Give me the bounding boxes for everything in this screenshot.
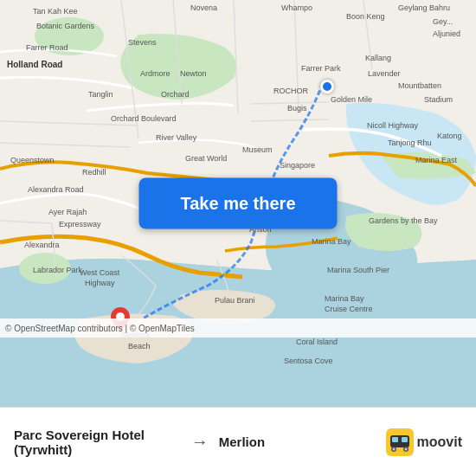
svg-text:Farrer Park: Farrer Park <box>301 64 341 73</box>
route-to: Merlion <box>219 434 386 449</box>
svg-text:Ardmore: Ardmore <box>140 69 170 78</box>
svg-text:Boon Keng: Boon Keng <box>346 12 385 21</box>
svg-text:Stadium: Stadium <box>424 95 453 104</box>
svg-text:Expressway: Expressway <box>59 220 101 228</box>
svg-text:Kallang: Kallang <box>365 54 391 62</box>
svg-text:Sentosa Cove: Sentosa Cove <box>284 357 333 365</box>
svg-rect-71 <box>402 437 408 442</box>
svg-text:Stevens: Stevens <box>128 38 157 47</box>
svg-rect-70 <box>392 437 398 442</box>
take-me-there-button[interactable]: Take me there <box>138 178 337 229</box>
svg-point-74 <box>392 447 395 450</box>
svg-text:Highway: Highway <box>85 279 115 287</box>
svg-text:Aljunied: Aljunied <box>433 29 460 38</box>
svg-text:Great World: Great World <box>185 154 227 163</box>
svg-text:Coral Island: Coral Island <box>296 338 338 346</box>
moovit-icon <box>386 428 414 456</box>
svg-text:Geylang Bahru: Geylang Bahru <box>398 3 450 12</box>
svg-text:Katong: Katong <box>437 132 462 140</box>
route-from: Parc Sovereign Hotel (Tyrwhitt) <box>14 428 181 457</box>
svg-text:Lavender: Lavender <box>368 69 401 78</box>
svg-text:Alexandra: Alexandra <box>24 241 60 249</box>
svg-text:Nicoll Highway: Nicoll Highway <box>367 121 419 130</box>
svg-text:Singapore: Singapore <box>280 161 315 170</box>
svg-text:Pulau Brani: Pulau Brani <box>215 296 255 305</box>
svg-text:Museum: Museum <box>242 145 273 154</box>
svg-text:Marina East: Marina East <box>415 156 458 164</box>
svg-text:Marina Bay: Marina Bay <box>312 237 351 246</box>
svg-text:Tan Kah Kee: Tan Kah Kee <box>33 7 78 16</box>
svg-text:Ayer Rajah: Ayer Rajah <box>48 208 87 216</box>
svg-text:Tanglin: Tanglin <box>88 90 113 99</box>
svg-text:Beach: Beach <box>128 342 151 351</box>
svg-text:Bugis: Bugis <box>287 104 307 113</box>
svg-text:Farrer Road: Farrer Road <box>26 43 68 52</box>
svg-text:Orchard: Orchard <box>161 90 190 99</box>
svg-text:Mountbatten: Mountbatten <box>398 81 441 90</box>
svg-text:Cruise Centre: Cruise Centre <box>325 305 373 313</box>
bottom-bar: Parc Sovereign Hotel (Tyrwhitt) → Merlio… <box>0 407 476 476</box>
map-attribution: © OpenStreetMap contributors | © OpenMap… <box>0 318 476 338</box>
svg-text:Labrador Park: Labrador Park <box>33 266 83 274</box>
moovit-logo: moovit <box>386 428 462 456</box>
svg-text:Newton: Newton <box>180 69 207 78</box>
svg-text:Redhill: Redhill <box>82 168 106 177</box>
svg-text:Alexandra Road: Alexandra Road <box>28 185 84 194</box>
svg-text:Marina South Pier: Marina South Pier <box>327 266 389 274</box>
attribution-text: © OpenStreetMap contributors | © OpenMap… <box>5 324 195 333</box>
svg-text:Novena: Novena <box>190 3 217 12</box>
svg-text:Tanjong Rhu: Tanjong Rhu <box>388 138 432 147</box>
svg-text:Marina Bay: Marina Bay <box>325 294 364 303</box>
moovit-text: moovit <box>417 434 462 450</box>
svg-text:Botanic Gardens: Botanic Gardens <box>36 22 95 30</box>
svg-text:Orchard Boulevard: Orchard Boulevard <box>111 114 177 123</box>
svg-point-75 <box>404 447 407 450</box>
origin-dot <box>320 80 334 93</box>
svg-text:River Valley: River Valley <box>156 133 197 142</box>
svg-text:Queenstown: Queenstown <box>10 156 55 164</box>
svg-text:Golden Mile: Golden Mile <box>331 95 372 104</box>
svg-text:Whampo: Whampo <box>281 3 312 12</box>
svg-text:Gey...: Gey... <box>433 17 453 26</box>
svg-text:Gardens by the Bay: Gardens by the Bay <box>369 216 438 225</box>
svg-text:Holland Road: Holland Road <box>7 60 62 69</box>
svg-text:West Coast: West Coast <box>80 268 120 277</box>
route-arrow: → <box>191 432 209 452</box>
map-container: Tan Kah Kee Botanic Gardens Novena Whamp… <box>0 0 476 407</box>
svg-text:ROCHOR: ROCHOR <box>273 87 308 95</box>
